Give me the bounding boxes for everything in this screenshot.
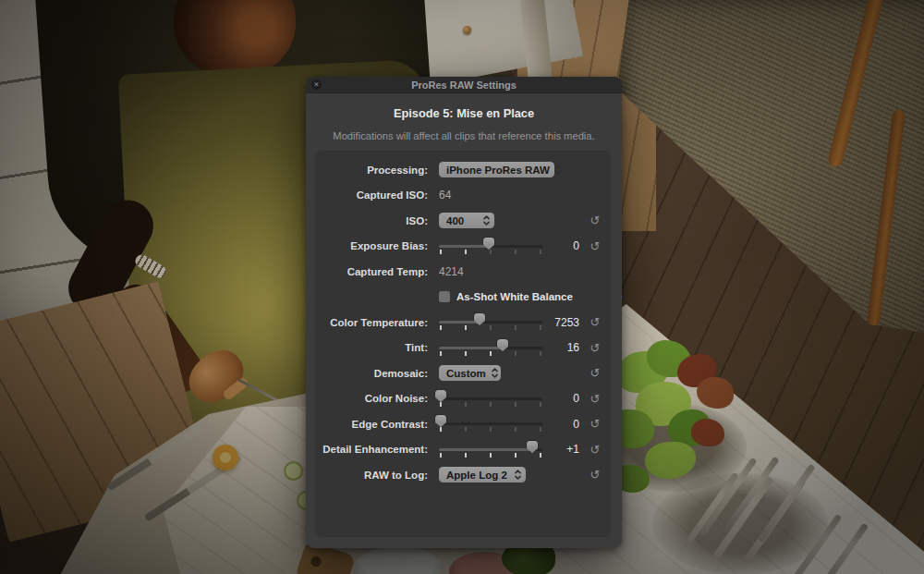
iso-popup[interactable]: 400	[439, 213, 494, 228]
window-title: ProRes RAW Settings	[411, 79, 517, 91]
slider-tick	[515, 427, 517, 432]
as-shot-white-balance-checkbox-label: As-Shot White Balance	[456, 291, 573, 302]
slider-tick	[465, 453, 467, 458]
popup-updown-chevron-icon	[482, 214, 491, 226]
iso-reset-button[interactable]: ↺	[590, 214, 601, 226]
edge-contrast-reset-button[interactable]: ↺	[590, 418, 601, 430]
dialog-titlebar[interactable]: ✕ ProRes RAW Settings	[306, 77, 622, 93]
tint-slider-thumb[interactable]	[497, 339, 508, 352]
slider-tick	[490, 325, 492, 330]
edge-contrast-label: Edge Contrast:	[322, 419, 439, 430]
exposure-bias-slider-thumb[interactable]	[483, 238, 494, 250]
iso-reset-area: ↺	[579, 214, 611, 226]
close-icon[interactable]: ✕	[311, 79, 322, 90]
detail-enhancement-reset-area: ↺	[579, 444, 611, 456]
settings-row-detail-enhancement: Detail Enhancement:+1↺	[322, 441, 611, 458]
edge-contrast-control	[439, 415, 542, 433]
slider-tick	[490, 427, 492, 432]
color-noise-reset-button[interactable]: ↺	[590, 393, 601, 405]
slider-tick	[515, 351, 517, 356]
slider-tick	[465, 250, 467, 254]
demosaic-label: Demosaic:	[322, 368, 439, 379]
settings-row-raw-to-log: RAW to Log:Apple Log 2↺	[322, 466, 611, 483]
slider-tick	[540, 402, 541, 407]
slider-tick	[515, 325, 517, 330]
color-temperature-slider-thumb[interactable]	[474, 313, 485, 326]
settings-row-tint: Tint:16↺	[322, 339, 611, 357]
as-shot-white-balance-reset-area: ↺	[610, 291, 622, 303]
episode-title: Episode 5: Mise en Place	[306, 106, 622, 120]
processing-control: iPhone ProRes RAW	[439, 161, 554, 178]
edge-contrast-slider[interactable]	[439, 415, 542, 433]
raw-to-log-popup-value: Apple Log 2	[446, 470, 507, 481]
demosaic-reset-area: ↺	[579, 367, 611, 379]
demosaic-control: Custom	[439, 364, 542, 382]
processing-popup[interactable]: iPhone ProRes RAW	[439, 162, 554, 177]
raw-to-log-label: RAW to Log:	[322, 470, 439, 481]
prores-raw-settings-dialog: ✕ ProRes RAW Settings Episode 5: Mise en…	[306, 77, 622, 548]
settings-row-edge-contrast: Edge Contrast:0↺	[322, 415, 611, 433]
slider-tick	[515, 250, 517, 254]
exposure-bias-slider[interactable]	[439, 238, 542, 255]
settings-row-iso: ISO:400↺	[322, 212, 611, 229]
slider-tick	[490, 402, 492, 407]
exposure-bias-reset-button[interactable]: ↺	[590, 240, 601, 252]
slider-tick	[515, 402, 517, 407]
slider-tick	[540, 250, 541, 254]
slider-tick	[515, 453, 517, 458]
edge-contrast-slider-thumb[interactable]	[435, 415, 446, 428]
tint-value-readout: 16	[542, 341, 579, 354]
slider-tick	[540, 351, 541, 356]
captured-temp-label: Captured Temp:	[322, 266, 439, 277]
slider-tick	[465, 402, 467, 407]
captured-temp-control: 4214	[439, 263, 542, 280]
demosaic-popup[interactable]: Custom	[439, 365, 501, 381]
as-shot-white-balance-reset-button[interactable]: ↺	[620, 291, 622, 303]
color-noise-slider-thumb[interactable]	[435, 390, 446, 403]
as-shot-white-balance-checkbox[interactable]	[439, 291, 450, 302]
slider-tick	[540, 453, 541, 458]
iso-popup-value: 400	[446, 215, 464, 226]
demosaic-reset-button[interactable]: ↺	[590, 367, 601, 379]
as-shot-white-balance-control: As-Shot White Balance	[439, 288, 573, 306]
detail-enhancement-slider[interactable]	[439, 441, 542, 458]
edge-contrast-reset-area: ↺	[579, 418, 611, 430]
slider-tick	[465, 427, 467, 432]
exposure-bias-reset-area: ↺	[579, 240, 611, 252]
color-temperature-control	[439, 313, 542, 331]
settings-row-processing: Processing:iPhone ProRes RAW	[322, 161, 611, 178]
tint-reset-button[interactable]: ↺	[590, 342, 601, 354]
exposure-bias-value-readout: 0	[542, 239, 579, 252]
color-temperature-reset-button[interactable]: ↺	[590, 316, 601, 328]
tint-reset-area: ↺	[579, 342, 611, 354]
slider-tick	[490, 351, 492, 356]
slider-tick	[490, 453, 492, 458]
captured-iso-value: 64	[439, 189, 451, 202]
slider-tick	[540, 427, 541, 432]
color-noise-slider[interactable]	[439, 390, 542, 408]
raw-to-log-popup[interactable]: Apple Log 2	[439, 467, 526, 482]
demosaic-popup-value: Custom	[446, 368, 486, 379]
slider-tick	[440, 250, 442, 254]
color-noise-value-readout: 0	[542, 392, 579, 405]
color-temperature-slider[interactable]	[439, 313, 542, 331]
tint-control	[439, 339, 542, 357]
exposure-bias-control	[439, 238, 542, 255]
settings-row-captured-iso: Captured ISO:64	[322, 187, 611, 204]
iso-control: 400	[439, 212, 542, 229]
detail-enhancement-control	[439, 441, 542, 458]
slider-tick	[540, 325, 541, 330]
popup-updown-chevron-icon	[491, 367, 499, 379]
raw-to-log-reset-button[interactable]: ↺	[590, 469, 601, 481]
color-noise-reset-area: ↺	[579, 393, 611, 405]
settings-row-demosaic: Demosaic:Custom↺	[322, 364, 611, 382]
popup-updown-chevron-icon	[554, 164, 563, 176]
detail-enhancement-reset-button[interactable]: ↺	[590, 444, 601, 456]
color-noise-label: Color Noise:	[322, 393, 439, 404]
popup-updown-chevron-icon	[514, 469, 522, 481]
exposure-bias-label: Exposure Bias:	[322, 240, 439, 251]
detail-enhancement-slider-thumb[interactable]	[527, 441, 538, 454]
tint-slider[interactable]	[439, 339, 542, 357]
settings-row-color-temperature: Color Temperature:7253↺	[322, 313, 611, 331]
iso-label: ISO:	[322, 215, 439, 226]
